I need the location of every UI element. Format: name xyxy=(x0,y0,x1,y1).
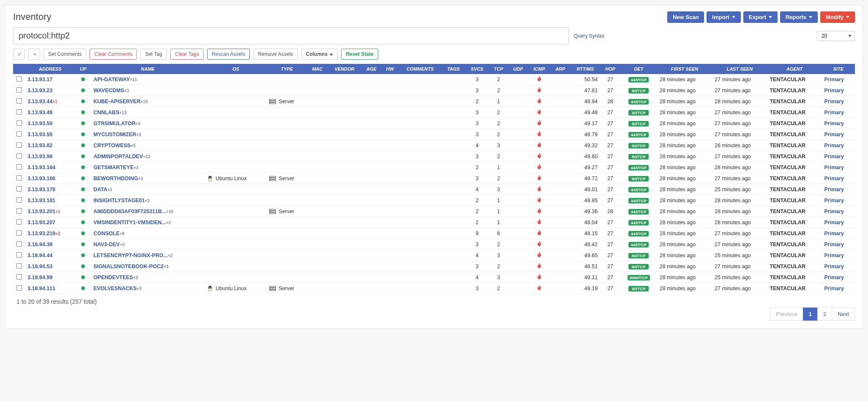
col-age[interactable]: AGE xyxy=(361,64,382,74)
row-checkbox[interactable] xyxy=(16,120,22,126)
col-tcp[interactable]: TCP xyxy=(489,64,508,74)
table-row[interactable]: 3.18.94.111EVOLVESNACKS+3Ubuntu LinuxSer… xyxy=(13,283,855,294)
modify-button[interactable]: Modify xyxy=(820,11,855,23)
col-type[interactable]: TYPE xyxy=(267,64,307,74)
name-link[interactable]: GTRSIMULATOR xyxy=(93,121,136,126)
set-tag-button[interactable]: Set Tag xyxy=(140,49,167,60)
table-row[interactable]: 3.13.93.49CNNLABS+133249.482780/TCP28 mi… xyxy=(13,107,855,118)
col-up[interactable]: UP xyxy=(76,64,91,74)
col-icmp[interactable]: ICMP xyxy=(528,64,551,74)
clear-tags-button[interactable]: Clear Tags xyxy=(170,49,204,60)
address-link[interactable]: 3.18.94.39 xyxy=(27,242,52,247)
row-checkbox[interactable] xyxy=(16,274,22,280)
table-row[interactable]: 3.13.93.50GTRSIMULATOR+33249.172780/TCP2… xyxy=(13,118,855,129)
col-svcs[interactable]: SVCS xyxy=(465,64,489,74)
remove-assets-button[interactable]: Remove Assets xyxy=(253,49,298,60)
confirm-button[interactable] xyxy=(13,49,25,60)
site-link[interactable]: Primary xyxy=(824,165,844,170)
table-row[interactable]: 3.13.93.17API-GATEWAY+113250.5427443/TCP… xyxy=(13,74,855,85)
address-link[interactable]: 3.18.94.111 xyxy=(27,286,55,291)
row-checkbox[interactable] xyxy=(16,230,22,236)
row-checkbox[interactable] xyxy=(16,142,22,148)
table-row[interactable]: 3.13.93.207VMSINDENTITY1-VMSIDEN...+3214… xyxy=(13,217,855,228)
address-link[interactable]: 3.13.93.44 xyxy=(27,99,52,104)
row-checkbox[interactable] xyxy=(16,219,22,225)
col-udp[interactable]: UDP xyxy=(508,64,528,74)
name-link[interactable]: A86DDDD63AF03F725311B... xyxy=(93,209,166,214)
col-first-seen[interactable]: FIRST SEEN xyxy=(657,64,712,74)
name-link[interactable]: DATA xyxy=(93,187,107,192)
search-input[interactable] xyxy=(13,27,569,44)
site-link[interactable]: Primary xyxy=(824,143,844,148)
name-link[interactable]: OPENDEVTEES xyxy=(93,275,133,280)
address-link[interactable]: 3.13.93.178 xyxy=(27,187,55,192)
row-checkbox[interactable] xyxy=(16,131,22,137)
site-link[interactable]: Primary xyxy=(824,242,844,247)
table-row[interactable]: 3.18.94.53SIGNALSNOTEBOOK-POC2+33248.512… xyxy=(13,261,855,272)
name-link[interactable]: ADMINPORTALDEV xyxy=(93,154,143,159)
col-name[interactable]: NAME xyxy=(91,64,205,74)
table-row[interactable]: 3.18.94.44LETSENCRYPT-NGINX-PRO...+24349… xyxy=(13,250,855,261)
table-row[interactable]: 3.13.93.201+1A86DDDD63AF03F725311B...+10… xyxy=(13,206,855,217)
query-syntax-link[interactable]: Query Syntax xyxy=(574,33,605,39)
name-link[interactable]: EVOLVESNACKS xyxy=(93,286,137,291)
site-link[interactable]: Primary xyxy=(824,264,844,269)
table-row[interactable]: 3.13.93.44+1KUBE-APISERVER+10Server2148.… xyxy=(13,96,855,107)
columns-button[interactable]: Columns xyxy=(301,49,338,60)
col-last-seen[interactable]: LAST SEEN xyxy=(712,64,767,74)
name-link[interactable]: WAVECDMS xyxy=(93,88,124,93)
set-comments-button[interactable]: Set Comments xyxy=(44,49,86,60)
col-os[interactable]: OS xyxy=(205,64,267,74)
col-agent[interactable]: AGENT xyxy=(767,64,822,74)
row-checkbox[interactable] xyxy=(16,241,22,247)
row-checkbox[interactable] xyxy=(16,109,22,115)
clear-button[interactable] xyxy=(28,49,40,60)
row-checkbox[interactable] xyxy=(16,164,22,170)
reports-button[interactable]: Reports xyxy=(780,11,818,23)
address-link[interactable]: 3.13.93.55 xyxy=(27,132,52,137)
row-checkbox[interactable] xyxy=(16,263,22,269)
table-row[interactable]: 3.18.94.39NAV3-DEV+33248.4227443/TCP28 m… xyxy=(13,239,855,250)
pagination-next[interactable]: Next xyxy=(832,308,855,321)
row-checkbox[interactable] xyxy=(16,186,22,192)
table-row[interactable]: 3.13.93.23WAVECDMS+33247.812780/TCP28 mi… xyxy=(13,85,855,96)
site-link[interactable]: Primary xyxy=(824,99,844,104)
export-button[interactable]: Export xyxy=(743,11,778,23)
col-hw[interactable]: HW xyxy=(382,64,399,74)
table-row[interactable]: 3.13.93.82CRYPTOWESS+54349.322780/TCP28 … xyxy=(13,140,855,151)
site-link[interactable]: Primary xyxy=(824,209,844,214)
name-link[interactable]: GETSMARTEYE xyxy=(93,165,134,170)
col-comments[interactable]: COMMENTS xyxy=(399,64,442,74)
table-row[interactable]: 3.13.93.181INSIGHTLYSTAGE01+32149.852744… xyxy=(13,195,855,206)
col-rtt[interactable]: RTT/MS xyxy=(570,64,601,74)
name-link[interactable]: SIGNALSNOTEBOOK-POC2 xyxy=(93,264,164,269)
new-scan-button[interactable]: New Scan xyxy=(667,11,704,23)
col-hop[interactable]: HOP xyxy=(600,64,620,74)
col-det[interactable]: DET xyxy=(620,64,657,74)
pagination-page-1[interactable]: 1 xyxy=(803,308,818,321)
site-link[interactable]: Primary xyxy=(824,132,844,137)
site-link[interactable]: Primary xyxy=(824,253,844,258)
col-arp[interactable]: ARP xyxy=(550,64,570,74)
row-checkbox[interactable] xyxy=(16,87,22,93)
table-row[interactable]: 3.13.93.98ADMINPORTALDEV+133249.602780/T… xyxy=(13,151,855,162)
name-link[interactable]: CNNLABS xyxy=(93,110,119,115)
site-link[interactable]: Primary xyxy=(824,121,844,126)
row-checkbox[interactable] xyxy=(16,153,22,159)
col-tags[interactable]: TAGS xyxy=(442,64,465,74)
site-link[interactable]: Primary xyxy=(824,286,844,291)
name-link[interactable]: CONSOLE xyxy=(93,231,120,236)
name-link[interactable]: KUBE-APISERVER xyxy=(93,99,141,104)
name-link[interactable]: VMSINDENTITY1-VMSIDEN... xyxy=(93,220,166,225)
reset-state-button[interactable]: Reset State xyxy=(341,49,378,60)
pagination-page-2[interactable]: 2 xyxy=(817,308,832,321)
table-row[interactable]: 3.13.93.164GETSMARTEYE+32149.2727443/TCP… xyxy=(13,162,855,173)
table-row[interactable]: 3.13.93.166BEWORTHDOING+3Ubuntu LinuxSer… xyxy=(13,173,855,184)
address-link[interactable]: 3.13.93.164 xyxy=(27,165,55,170)
import-button[interactable]: Import xyxy=(707,11,740,23)
site-link[interactable]: Primary xyxy=(824,187,844,192)
address-link[interactable]: 3.13.93.49 xyxy=(27,110,52,115)
row-checkbox[interactable] xyxy=(16,208,22,214)
site-link[interactable]: Primary xyxy=(824,88,844,93)
pagination-previous[interactable]: Previous xyxy=(770,308,803,321)
